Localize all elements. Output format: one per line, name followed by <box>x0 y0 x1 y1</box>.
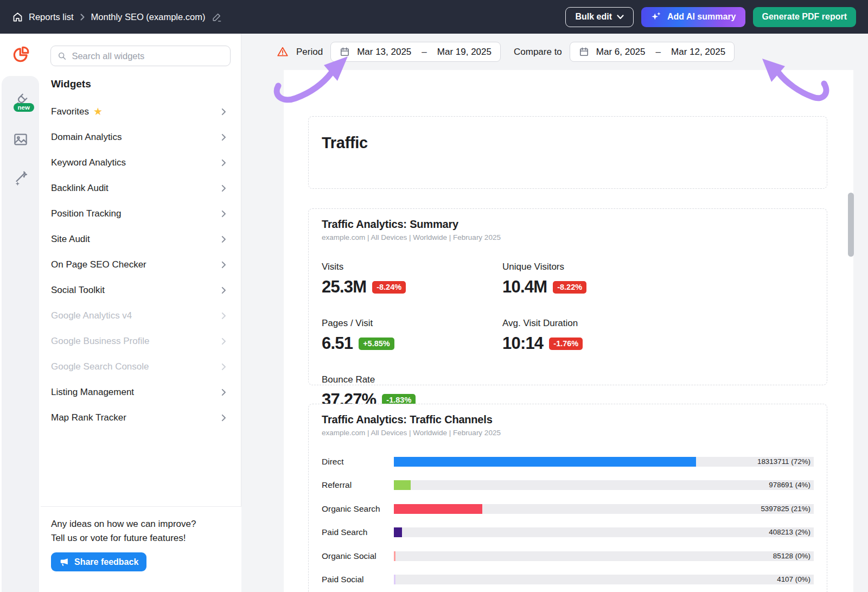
channel-bar-track: 4107 (0%) <box>394 575 814 584</box>
sidebar-item-label: Domain Analytics <box>51 132 122 143</box>
sidebar-item-google-search-console: Google Search Console ★ <box>41 354 241 379</box>
add-ai-summary-label: Add AI summary <box>667 12 736 22</box>
main-area: Period Mar 13, 2025 – Mar 19, 2025 Compa… <box>241 34 868 592</box>
metric: Avg. Visit Duration 10:14 -1.76% <box>502 318 683 353</box>
sidebar-item-domain-analytics[interactable]: Domain Analytics ★ <box>41 124 241 150</box>
channel-bar-fill <box>394 504 482 514</box>
icon-rail: new <box>0 34 41 592</box>
channel-bar-track: 5397825 (21%) <box>394 504 814 514</box>
sidebar-item-map-rank-tracker[interactable]: Map Rank Tracker ★ <box>41 405 241 430</box>
traffic-summary-widget[interactable]: Traffic Analytics: Summary example.com |… <box>308 208 827 385</box>
summary-subtitle: example.com | All Devices | Worldwide | … <box>322 233 814 241</box>
chevron-right-icon <box>221 159 226 167</box>
sidebar-item-label: Keyword Analytics <box>51 157 126 168</box>
sidebar-item-keyword-analytics[interactable]: Keyword Analytics ★ <box>41 150 241 175</box>
metric-label: Pages / Visit <box>322 318 502 329</box>
metric-value: 10.4M <box>502 277 547 297</box>
sidebar-item-label: On Page SEO Checker <box>51 259 146 270</box>
channel-label: Paid Social <box>322 575 394 584</box>
channel-bar-fill <box>394 457 696 467</box>
breadcrumb-chevron-icon <box>80 14 85 21</box>
bulk-edit-button[interactable]: Bulk edit <box>565 7 634 27</box>
period-datepicker[interactable]: Mar 13, 2025 – Mar 19, 2025 <box>330 42 501 62</box>
channel-value: 18313711 (72%) <box>757 457 810 467</box>
channel-row: Paid Social 4107 (0%) <box>322 568 814 592</box>
channel-row: Paid Search 408213 (2%) <box>322 521 814 545</box>
sidebar-item-on-page-seo-checker[interactable]: On Page SEO Checker ★ <box>41 252 241 277</box>
chevron-right-icon <box>221 210 226 218</box>
date-separator: – <box>418 47 430 58</box>
period-end-date: Mar 19, 2025 <box>437 47 492 58</box>
channel-row: Organic Search 5397825 (21%) <box>322 497 814 521</box>
channel-bar-track: 85128 (0%) <box>394 551 814 561</box>
channel-row: Referral 978691 (4%) <box>322 474 814 498</box>
compare-start-date: Mar 6, 2025 <box>596 47 646 58</box>
widget-search[interactable] <box>50 46 231 66</box>
period-start-date: Mar 13, 2025 <box>357 47 411 58</box>
widgets-list: Favorites ★ Domain Analytics ★ Keyword A… <box>41 99 241 430</box>
home-icon <box>12 11 23 23</box>
sidebar-item-social-toolkit[interactable]: Social Toolkit ★ <box>41 277 241 303</box>
report-title: Monthly SEO (example.com) <box>91 12 206 22</box>
sidebar-item-favorites[interactable]: Favorites ★ <box>41 99 241 124</box>
chevron-right-icon <box>221 312 226 320</box>
summary-title: Traffic Analytics: Summary <box>322 218 814 231</box>
chevron-right-icon <box>221 287 226 294</box>
feedback-line1: Any ideas on how we can improve? <box>51 517 231 531</box>
calendar-icon <box>579 47 589 57</box>
sidebar-item-label: Map Rank Tracker <box>51 412 126 423</box>
channel-bar-track: 408213 (2%) <box>394 527 814 537</box>
channel-value: 408213 (2%) <box>769 527 810 537</box>
sidebar-item-google-analytics-v4: Google Analytics v4 ★ <box>41 303 241 328</box>
channel-value: 978691 (4%) <box>769 480 810 490</box>
sidebar-item-label: Listing Management <box>51 387 134 398</box>
magic-wand-icon[interactable] <box>12 170 29 187</box>
breadcrumb-reports-list: Reports list <box>29 12 74 22</box>
generate-pdf-label: Generate PDF report <box>762 12 847 22</box>
chevron-right-icon <box>221 108 226 116</box>
compare-datepicker[interactable]: Mar 6, 2025 – Mar 12, 2025 <box>570 42 735 62</box>
megaphone-icon <box>59 557 69 567</box>
chevron-right-icon <box>221 363 226 371</box>
chevron-down-icon <box>617 15 624 20</box>
metric-delta-badge: -8.24% <box>372 281 406 294</box>
rail-panel: new <box>2 76 39 592</box>
channel-row: Organic Social 85128 (0%) <box>322 544 814 568</box>
channel-bar-fill <box>394 480 411 490</box>
sparkles-icon <box>650 11 662 23</box>
share-feedback-button[interactable]: Share feedback <box>51 552 146 571</box>
add-ai-summary-button[interactable]: Add AI summary <box>641 7 745 27</box>
bulk-edit-label: Bulk edit <box>575 12 612 22</box>
vertical-scrollbar-thumb[interactable] <box>848 193 854 257</box>
chevron-right-icon <box>221 389 226 396</box>
sidebar-item-position-tracking[interactable]: Position Tracking ★ <box>41 201 241 226</box>
summary-metrics: Visits 25.3M -8.24% Unique Visitors 10.4… <box>322 262 814 410</box>
sidebar-item-label: Favorites <box>51 106 89 117</box>
metric: Visits 25.3M -8.24% <box>322 262 502 297</box>
sidebar-item-backlink-audit[interactable]: Backlink Audit ★ <box>41 175 241 201</box>
images-icon[interactable] <box>12 131 29 148</box>
metric-label: Visits <box>322 262 502 272</box>
reports-list-link[interactable]: Reports list <box>12 11 74 23</box>
sidebar-item-site-audit[interactable]: Site Audit ★ <box>41 226 241 252</box>
warning-icon <box>277 46 289 58</box>
channel-row: Direct 18313711 (72%) <box>322 450 814 474</box>
chevron-right-icon <box>221 338 226 345</box>
metric-value: 6.51 <box>322 334 353 353</box>
sidebar-item-listing-management[interactable]: Listing Management ★ <box>41 379 241 405</box>
integrations-plug-icon[interactable]: new <box>12 92 29 109</box>
sidebar-item-label: Position Tracking <box>51 208 121 219</box>
sidebar-item-label: Google Business Profile <box>51 336 149 347</box>
topbar: Reports list Monthly SEO (example.com) B… <box>0 0 868 34</box>
generate-pdf-button[interactable]: Generate PDF report <box>753 7 856 27</box>
feedback-line2: Tell us or vote for future features! <box>51 531 231 545</box>
new-badge: new <box>14 103 34 112</box>
edit-pencil-icon[interactable] <box>212 12 222 22</box>
section-title-widget[interactable]: Traffic <box>308 116 827 189</box>
search-input[interactable] <box>72 51 224 61</box>
metric-delta-badge: -8.22% <box>553 281 586 294</box>
search-icon <box>58 51 66 61</box>
traffic-channels-widget[interactable]: Traffic Analytics: Traffic Channels exam… <box>308 404 827 592</box>
reports-logo-icon[interactable] <box>0 46 41 64</box>
compare-to-label: Compare to <box>514 47 562 58</box>
